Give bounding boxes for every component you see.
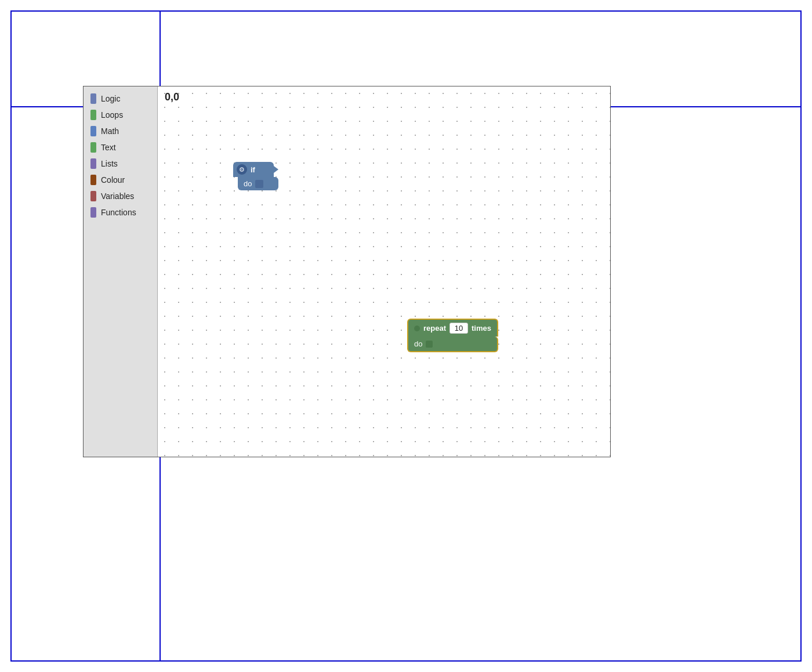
toolbox-sidebar: LogicLoopsMathTextListsColourVariablesFu… (84, 86, 158, 457)
do-slot (255, 180, 263, 188)
repeat-do-label: do (414, 339, 422, 348)
sidebar-color-text (90, 142, 96, 153)
sidebar-item-colour[interactable]: Colour (84, 172, 157, 187)
canvas-coordinates: 0,0 (165, 91, 179, 103)
sidebar-item-loops[interactable]: Loops (84, 107, 157, 122)
sidebar-item-functions[interactable]: Functions (84, 205, 157, 220)
repeat-count-input[interactable] (449, 323, 468, 334)
times-label: times (472, 324, 491, 333)
if-block-body: ⚙ if do (233, 162, 278, 190)
sidebar-label-logic: Logic (101, 94, 120, 103)
sidebar-item-text[interactable]: Text (84, 140, 157, 155)
sidebar-label-variables: Variables (101, 192, 134, 201)
sidebar-item-math[interactable]: Math (84, 124, 157, 139)
workspace-container: LogicLoopsMathTextListsColourVariablesFu… (83, 86, 611, 457)
sidebar-label-text: Text (101, 143, 116, 152)
sidebar-item-lists[interactable]: Lists (84, 156, 157, 171)
sidebar-color-lists (90, 158, 96, 169)
gear-icon: ⚙ (237, 164, 247, 175)
canvas-area[interactable]: 0,0 ⚙ if do (158, 86, 610, 457)
repeat-block[interactable]: repeat times do (407, 319, 498, 352)
repeat-slot-indicator (414, 326, 420, 331)
sidebar-label-lists: Lists (101, 159, 118, 168)
repeat-block-header: repeat times (407, 319, 498, 337)
sidebar-color-logic (90, 93, 96, 104)
sidebar-label-loops: Loops (101, 110, 123, 120)
repeat-block-body: repeat times do (407, 319, 498, 352)
sidebar-item-logic[interactable]: Logic (84, 91, 157, 106)
sidebar-color-colour (90, 175, 96, 185)
repeat-block-do: do (407, 337, 498, 352)
if-block-do: do (238, 177, 278, 190)
sidebar-label-functions: Functions (101, 208, 136, 217)
sidebar-label-colour: Colour (101, 175, 125, 185)
sidebar-color-variables (90, 191, 96, 201)
sidebar-item-variables[interactable]: Variables (84, 189, 157, 204)
do-label: do (244, 179, 252, 188)
repeat-label: repeat (423, 324, 446, 333)
if-block[interactable]: ⚙ if do (233, 162, 278, 190)
if-label: if (251, 165, 255, 174)
sidebar-color-math (90, 126, 96, 136)
sidebar-label-math: Math (101, 127, 119, 136)
sidebar-color-functions (90, 207, 96, 218)
repeat-do-slot (426, 341, 433, 348)
if-block-header: ⚙ if (233, 162, 274, 177)
sidebar-color-loops (90, 110, 96, 120)
